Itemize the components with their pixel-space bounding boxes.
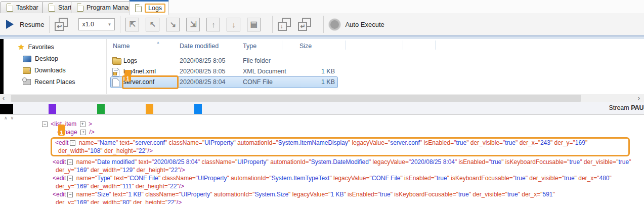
table-row-logs[interactable]: Logs2020/08/25 8:05File folder [106,56,644,66]
xml-attr-token: name=" [77,139,100,146]
column-separator [403,40,403,50]
stream-marker-3[interactable] [146,104,153,114]
step-forward-over-button[interactable]: ⇲ [186,18,200,31]
xml-attr-token: isEnabled=" [422,139,456,146]
horizontal-scrollbar[interactable]: ‹ › [0,94,644,102]
file-size: 1 KB [296,78,335,86]
xml-value-token: true [505,139,516,146]
collapse-toggle-icon[interactable]: − [67,192,73,197]
move-down-button[interactable]: ↓ [227,18,240,31]
copy-forward-button[interactable]: ↓ [278,18,291,31]
collapse-toggle-icon[interactable]: − [67,159,73,165]
conf-file-icon [112,78,119,87]
xml-value-token: true [564,175,575,182]
xml-value-token: System.ItemTypeText [272,175,330,182]
tab-logs[interactable]: Logs [129,0,169,15]
document-view-button[interactable]: ▤ [247,18,261,31]
app-window: TaskbarStartProgram ManagerLogs Resume ↩… [0,0,644,204]
layered-pages-return-icon: ↵ [300,23,305,30]
column-header-date-modified[interactable]: Date modified [180,43,219,50]
xml-tag-token: /> [180,167,185,174]
xml-attr-token: der_y=" [552,139,575,146]
xml-tag-token: <edit [55,139,68,146]
xml-value-token: 111 [122,183,132,190]
xml-value-token: 591 [543,191,553,198]
sidebar-item-desktop[interactable]: Desktop [23,55,58,62]
column-header-name[interactable]: Name▲ [113,43,130,50]
xml-node-edit-type[interactable]: <edit− name="Type" text="CONF File" clas… [0,174,644,182]
auto-execute-toggle[interactable]: Auto Execute [329,19,384,30]
scroll-right-icon[interactable]: › [638,95,640,102]
xml-value-token: 480 [599,175,610,182]
table-row-log4net-xml[interactable]: log4net.xml2020/08/25 8:05XML Document1 … [106,66,644,77]
step-back-button[interactable]: ↖ [146,18,159,31]
column-header-size[interactable]: Size [299,43,312,50]
document-lines-icon: ▤ [250,20,257,29]
xml-node-edit-continuation: der_y="169" der_width="129" der_height="… [0,166,644,174]
xml-attr-token: isEnabled=" [346,191,380,198]
stream-marker-2[interactable] [97,104,105,114]
xml-value-token: server.conf [135,139,165,146]
collapse-toggle-icon[interactable]: + [80,130,86,135]
xml-attr-token: text=" [112,175,130,182]
layered-pages-down-icon: ↓ [280,23,283,30]
xml-value-token: UIProperty [198,175,227,182]
collapse-toggle-icon[interactable]: − [67,176,73,181]
replay-speed-button[interactable]: ↩ [55,18,68,31]
stream-marker-0[interactable] [0,104,13,114]
xml-value-token: 80 [122,199,129,204]
collapse-toggle-icon[interactable]: − [42,121,48,127]
xml-file-icon [112,68,119,76]
xml-tree-panel: ∧∨ 1 − <list_item + ><image + /><edit− n… [0,115,644,204]
speed-select[interactable]: x1.0 ▼ [78,18,115,30]
xml-attr-token: isKeyboardFocusable=" [504,158,570,166]
xml-value-token: 169 [575,139,585,146]
table-row-server-conf[interactable]: server.conf2020/08/25 8:04CONF File1 KB [106,77,644,88]
xml-attr-token: der_x=" [577,175,599,182]
step-back-over-button[interactable]: ⇱ [125,18,139,31]
arrow-up-left-icon: ↖ [150,20,156,29]
arrow-down-right-icon: ↘ [170,20,177,29]
arrow-up-left-corner-icon: ⇱ [130,20,136,29]
collapse-toggle-icon[interactable]: − [70,140,75,146]
stream-label: Stream [609,104,629,111]
xml-value-token: System.DateModified [311,158,369,166]
stream-marker-4[interactable] [194,104,202,114]
sidebar-item-favorites[interactable]: ★ Favorites [18,43,54,51]
xml-value-token: UIProperty [181,191,210,198]
step-forward-button[interactable]: ↘ [166,18,180,31]
sidebar-item-downloads[interactable]: Downloads [23,67,66,74]
folder-icon [112,58,121,65]
xml-attr-token: className=" [144,191,181,198]
xml-node-image[interactable]: <image + /> [0,128,644,136]
stream-marker-1[interactable] [49,104,56,114]
sidebar-item-recent-places[interactable]: Recent Places [23,78,75,86]
xml-tag-token: > [87,120,92,128]
xml-value-token: CONF File [372,175,401,182]
xml-node-edit-date-modified[interactable]: <edit− name="Date modified" text="2020/0… [0,158,644,166]
xml-value-token: Date modified [97,158,135,166]
xml-attr-token: der_y=" [56,199,76,204]
xml-value-token: System.ItemNameDisplay [278,139,348,146]
xml-node-edit-size[interactable]: <edit− name="Size" text="1 KB" className… [0,190,644,198]
xml-value-token: 129 [122,167,133,174]
scroll-left-icon[interactable]: ‹ [3,95,5,102]
xml-attr-token: legacyValue=" [332,175,372,182]
xml-attr-token: " [629,158,631,166]
xml-value-token: server.conf [390,139,420,146]
file-size: 1 KB [296,68,335,75]
xml-value-token: Type [97,175,110,182]
tab-taskbar[interactable]: Taskbar [1,2,45,13]
xml-node-edit-name[interactable]: <edit− name="Name" text="server.conf" cl… [54,139,626,147]
column-header-type[interactable]: Type [243,43,256,50]
resume-label: Resume [20,21,44,28]
copy-back-button[interactable]: ↵ [298,18,311,31]
resume-button[interactable]: Resume [6,20,44,29]
collapse-toggle-icon[interactable]: + [80,121,85,127]
desktop-icon [23,56,31,62]
xml-node-list_item[interactable]: − <list_item + > [0,120,644,128]
xml-attr-token: der_height=" [132,199,167,204]
move-up-button[interactable]: ↑ [206,18,220,31]
xml-attr-token: der_visible=" [582,158,618,166]
scrollbar-thumb[interactable] [11,95,581,102]
